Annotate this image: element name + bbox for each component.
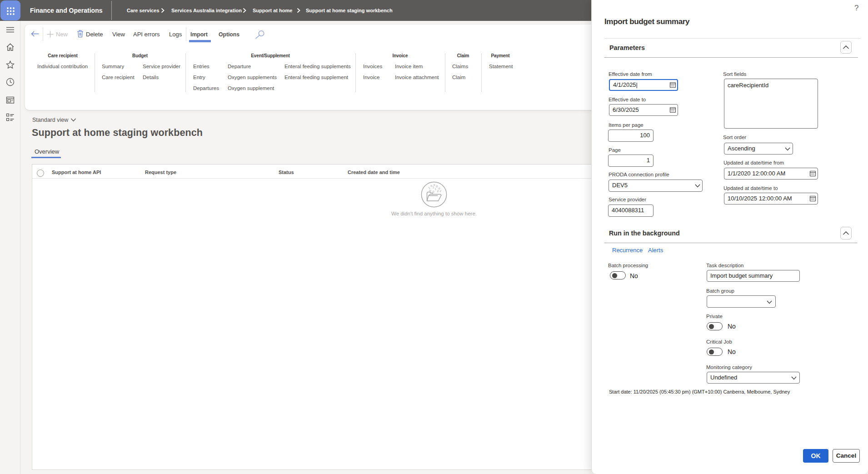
svg-text:1: 1: [434, 187, 437, 190]
svg-text:0: 0: [437, 189, 439, 193]
svg-text:1: 1: [439, 189, 442, 193]
